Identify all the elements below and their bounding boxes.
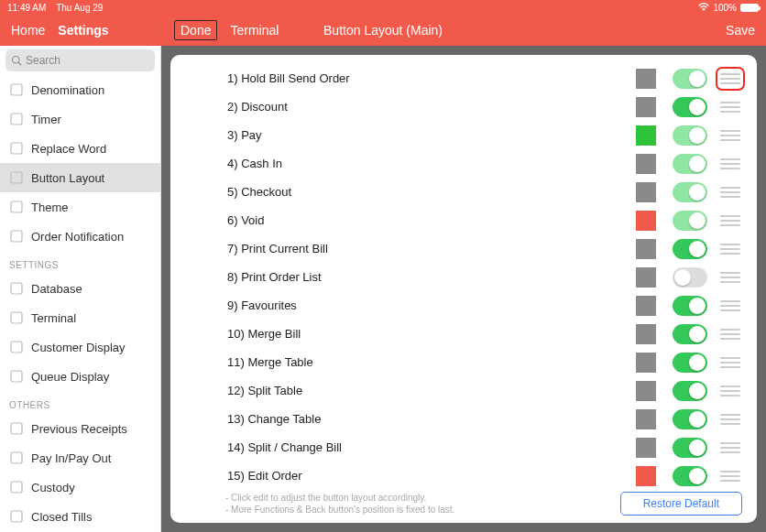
toggle[interactable] [673,69,707,89]
restore-default-button[interactable]: Restore Default [620,492,742,516]
color-swatch[interactable] [636,239,656,259]
color-swatch[interactable] [636,154,656,174]
toggle[interactable] [673,267,707,288]
row-label: 1) Hold Bill Send Order [181,71,636,85]
sidebar-item[interactable]: Timer [0,104,160,134]
drag-handle-icon[interactable] [720,384,740,398]
color-swatch[interactable] [636,381,656,401]
drag-handle-icon[interactable] [720,100,740,114]
sidebar-item-label: Previous Receipts [31,422,127,436]
drag-handle-icon[interactable] [720,355,740,370]
toggle[interactable] [673,211,707,231]
settings-link[interactable]: Settings [58,23,108,38]
color-swatch[interactable] [636,182,656,202]
sidebar-item[interactable]: Replace Word [0,134,160,163]
drag-handle-icon[interactable] [720,71,740,86]
toggle[interactable] [673,324,707,344]
layout-row: 15) Edit Order [181,461,746,488]
home-link[interactable]: Home [11,23,45,38]
drag-handle-icon[interactable] [720,299,740,313]
sidebar-item[interactable]: Queue Display [0,362,160,391]
save-button[interactable]: Save [726,23,755,38]
layout-row: 10) Merge Bill [181,320,746,348]
drag-handle-icon[interactable] [720,270,740,285]
toggle[interactable] [673,466,707,486]
svg-point-1 [13,57,20,64]
sidebar-item[interactable]: Database [0,274,160,303]
toggle[interactable] [673,353,707,373]
row-label: 12) Split Table [181,384,636,397]
layout-row: 11) Merge Table [181,348,746,376]
drag-handle-icon[interactable] [720,213,740,228]
toggle[interactable] [673,182,707,202]
color-swatch[interactable] [636,267,656,288]
drag-handle-icon[interactable] [720,242,740,256]
layout-row: 2) Discount [181,92,746,121]
sidebar-header: SETTINGS [0,251,160,274]
sidebar-item[interactable]: Previous Receipts [0,414,160,443]
drag-handle-icon[interactable] [720,327,740,342]
svg-rect-6 [11,172,22,183]
sidebar-item-label: Database [31,282,82,296]
sidebar-item[interactable]: Custody [0,472,160,502]
row-label: 10) Merge Bill [181,327,636,341]
color-swatch[interactable] [636,438,656,458]
database-icon [9,281,24,296]
sidebar-item[interactable]: Terminal [0,303,160,332]
sidebar-item[interactable]: Customer Display [0,332,160,362]
page-title: Button Layout (Main) [323,23,443,38]
color-swatch[interactable] [636,97,656,117]
color-swatch[interactable] [636,324,656,344]
sidebar-item[interactable]: Order Notification [0,222,160,251]
svg-rect-16 [11,511,22,522]
drag-handle-icon[interactable] [720,440,740,455]
color-swatch[interactable] [636,353,656,373]
done-button[interactable]: Done [174,20,217,40]
battery-icon [740,4,759,12]
toggle[interactable] [673,409,707,429]
layout-row: 12) Split Table [181,376,746,405]
drag-handle-icon[interactable] [720,128,740,143]
sidebar-item[interactable]: Button Layout [0,163,160,192]
lock-icon [9,480,24,494]
terminal-link[interactable]: Terminal [230,23,279,38]
sidebar-item-label: Customer Display [31,341,126,354]
layout-row: 3) Pay [181,121,746,149]
drag-handle-icon[interactable] [720,412,740,427]
nav-bar: Home Settings Done Terminal Button Layou… [0,15,766,46]
svg-rect-11 [11,342,22,353]
search-input[interactable]: Search [5,49,155,71]
sidebar-item[interactable]: Closed Tills [0,502,160,531]
row-label: 13) Change Table [181,412,636,426]
status-time: 11:49 AM [7,3,46,13]
toggle[interactable] [673,154,707,174]
bell-icon [9,229,24,244]
svg-point-0 [704,9,706,11]
drag-handle-icon[interactable] [720,185,740,200]
toggle[interactable] [673,296,707,316]
toggle[interactable] [673,438,707,458]
main-area: 1) Hold Bill Send Order2) Discount3) Pay… [161,46,766,532]
sidebar-item-label: Timer [31,113,61,126]
color-swatch[interactable] [636,466,656,486]
color-swatch[interactable] [636,211,656,231]
layout-row: 4) Cash In [181,149,746,178]
toggle[interactable] [673,125,707,146]
sidebar-item-label: Pay In/Pay Out [31,451,111,465]
color-swatch[interactable] [636,409,656,429]
color-swatch[interactable] [636,296,656,316]
svg-rect-9 [11,283,22,294]
color-swatch[interactable] [636,69,656,89]
drag-handle-icon[interactable] [720,157,740,171]
sidebar-item[interactable]: Pay In/Pay Out [0,443,160,472]
sidebar-item[interactable]: Theme [0,192,160,222]
color-swatch[interactable] [636,125,656,146]
sidebar-item-label: Queue Display [31,370,109,384]
toggle[interactable] [673,381,707,401]
toggle[interactable] [673,239,707,259]
toggle[interactable] [673,97,707,117]
till-icon [9,509,24,524]
svg-rect-15 [11,482,22,493]
drag-handle-icon[interactable] [720,469,740,483]
sidebar-item[interactable]: Denomination [0,75,160,104]
